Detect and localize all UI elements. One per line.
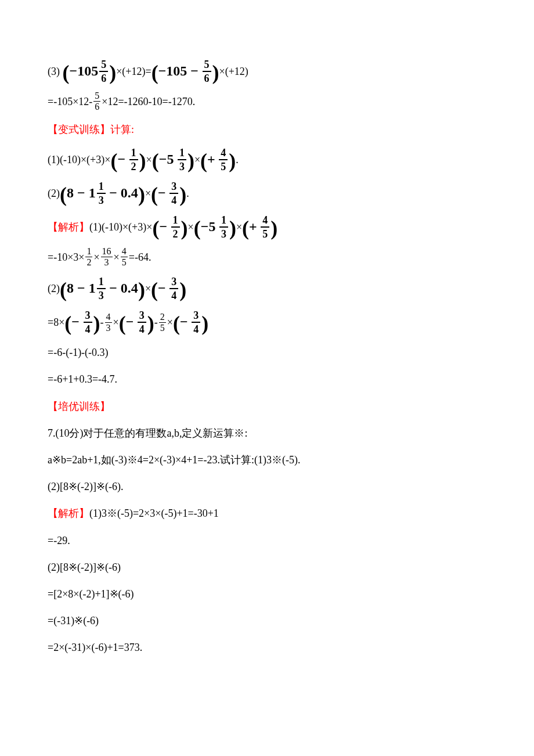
text: ×	[145, 188, 151, 199]
equation-line: (1)(-10)×(+3)×(− 12)×(−5 13)×(+ 45).	[48, 146, 488, 173]
text-line: =-29.	[48, 531, 488, 550]
close-paren: )	[179, 278, 186, 301]
text-line: =2×(-31)×(-6)+1=373.	[48, 638, 488, 657]
open-paren: (	[173, 312, 180, 335]
fraction: 12	[85, 247, 92, 267]
equation-line: (3) (−10556)×(+12)=(−105 − 56)×(+12)	[48, 58, 488, 85]
open-paren: (	[63, 61, 70, 84]
jiexi-label: 【解析】	[48, 507, 89, 519]
fraction: 34	[169, 181, 178, 206]
mid: ×(+12)=	[116, 66, 151, 77]
close-paren: )	[270, 217, 277, 240]
open-paren: (	[110, 149, 117, 172]
minus: −	[180, 314, 188, 329]
text: ×	[188, 221, 194, 233]
whole: −5	[201, 219, 216, 234]
fraction: 34	[169, 276, 178, 301]
text: ×	[194, 154, 200, 165]
minus: −	[158, 280, 166, 296]
jiexi-label: 【解析】	[48, 221, 89, 233]
text: ×	[114, 251, 120, 263]
text-line: a※b=2ab+1,如(-3)※4=2×(-3)×4+1=-23.试计算:(1)…	[48, 450, 488, 470]
text: =-64.	[129, 251, 151, 263]
equation-line: =-6+1+0.3=-4.7.	[48, 369, 488, 389]
plus: +	[207, 152, 215, 167]
text: ×	[113, 316, 119, 328]
open-paren: (	[60, 278, 67, 301]
close-paren: )	[229, 149, 236, 172]
open-paren: (	[242, 217, 249, 240]
close-paren: )	[212, 61, 219, 84]
fraction: 12	[129, 147, 138, 172]
fraction: 56	[93, 91, 100, 111]
open-paren: (	[200, 149, 207, 172]
fraction: 45	[261, 215, 269, 239]
fraction: 45	[121, 247, 128, 267]
open-paren: (	[151, 278, 158, 301]
fraction: 13	[97, 181, 106, 206]
text: ×	[146, 154, 152, 165]
equation-line: =-6-(-1)-(-0.3)	[48, 343, 488, 362]
text: ×	[145, 283, 151, 294]
text: =-10×3×	[48, 251, 84, 263]
minus: −	[71, 314, 80, 329]
fraction: 13	[219, 215, 228, 239]
inner: 8 − 1	[67, 280, 96, 296]
open-paren: (	[60, 183, 67, 206]
num: −105 −	[158, 63, 199, 78]
text-line: (2)[8※(-2)]※(-6).	[48, 477, 488, 496]
minus: −	[159, 219, 167, 234]
text: (1)(-10)×(+3)×	[48, 154, 110, 165]
close-paren: )	[138, 278, 145, 301]
fraction: 56	[99, 59, 108, 84]
text: ×	[236, 221, 242, 233]
text-line: =[2×8×(-2)+1]※(-6)	[48, 584, 488, 604]
fraction: 13	[178, 147, 186, 172]
num: −105	[70, 63, 99, 78]
text: ×	[167, 316, 173, 328]
open-paren: (	[194, 217, 201, 240]
equation-line: =8×(− 34)-43×(− 34)-25×(− 34)	[48, 309, 488, 336]
close-paren: )	[229, 217, 236, 240]
text: (1)3※(-5)=2×3×(-5)+1=-30+1	[89, 507, 219, 519]
inner: − 0.4	[109, 280, 138, 296]
text: ×12=-1260-10=-1270.	[102, 96, 195, 107]
fraction: 34	[138, 310, 146, 334]
text: =8×	[48, 316, 64, 328]
equation-line: =-10×3×12×163×45=-64.	[48, 247, 488, 268]
section-heading-peiyou: 【培优训练】	[48, 397, 488, 416]
close-paren: )	[138, 183, 145, 206]
fraction: 163	[101, 247, 113, 267]
close-paren: )	[93, 312, 100, 335]
equation-line: (2)(8 − 113 − 0.4)×(− 34).	[48, 180, 488, 207]
text: .	[236, 154, 239, 165]
fraction: 34	[84, 310, 92, 334]
close-paren: )	[147, 312, 154, 335]
close-paren: )	[109, 61, 116, 84]
open-paren: (	[151, 61, 158, 84]
equation-line: 【解析】(1)(-10)×(+3)×(− 12)×(−5 13)×(+ 45)	[48, 214, 488, 240]
text-line: 7.(10分)对于任意的有理数a,b,定义新运算※:	[48, 423, 488, 443]
equation-line: (2)(8 − 113 − 0.4)×(− 34)	[48, 275, 488, 302]
text: (2)	[48, 283, 60, 294]
fraction: 34	[192, 310, 200, 334]
fraction: 13	[97, 276, 106, 301]
open-paren: (	[119, 312, 126, 335]
close-paren: )	[201, 312, 208, 335]
close-paren: )	[187, 149, 194, 172]
text: -	[100, 316, 104, 328]
fraction: 43	[105, 312, 112, 333]
part-num: (3)	[48, 66, 60, 77]
close-paren: )	[139, 149, 146, 172]
fraction: 56	[203, 59, 211, 84]
text: .	[186, 188, 189, 199]
close-paren: )	[179, 183, 186, 206]
plus: +	[249, 219, 257, 234]
minus: −	[126, 314, 134, 329]
minus: −	[158, 185, 166, 200]
whole: −5	[159, 152, 174, 167]
text: (2)	[48, 188, 60, 199]
text-line: 【解析】(1)3※(-5)=2×3×(-5)+1=-30+1	[48, 503, 488, 523]
inner: 8 − 1	[67, 185, 96, 200]
text-line: =(-31)※(-6)	[48, 611, 488, 631]
